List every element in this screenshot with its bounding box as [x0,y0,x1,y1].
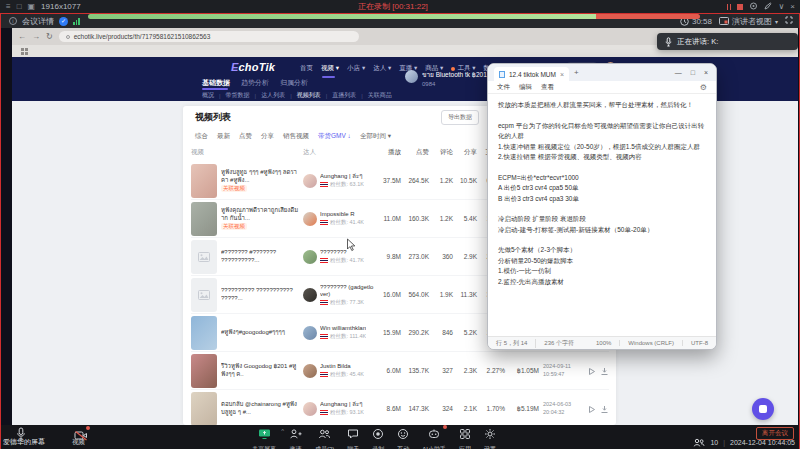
nav-item-视频[interactable]: 视频 ▾ [321,64,339,73]
toolbar-item-邀请[interactable]: 邀请 [289,426,302,449]
close-icon[interactable]: × [790,2,795,11]
talent-avatar[interactable] [303,288,317,302]
meeting-detail-label[interactable]: 会议详情 [22,16,54,27]
info-icon[interactable]: i [9,17,17,25]
section-nav-关联商品[interactable]: 关联商品 [368,91,392,100]
talent-name[interactable]: ???????? [320,249,364,256]
talent-avatar[interactable] [303,402,317,416]
settings-gear-icon[interactable]: ⚙ [700,83,707,92]
toolbar-item-AI小助手[interactable]: AI小助手 [422,426,446,449]
camera-icon[interactable] [749,2,758,12]
notepad-titlebar[interactable]: 12.4 tiktok MUM × + — □ × [488,64,716,81]
address-bar[interactable]: echotik.live/products/th/717958162151086… [59,31,359,42]
play-icon[interactable] [587,362,596,380]
chat-fab[interactable] [752,398,774,420]
new-tab-icon[interactable]: + [574,68,579,77]
chevron-up-icon[interactable]: ^ [281,428,284,434]
apps-grid-icon[interactable] [21,48,28,55]
minimize-icon[interactable]: — [675,69,682,76]
video-thumbnail[interactable] [191,202,217,236]
talent-name[interactable]: Impossible R [320,211,364,218]
talent-avatar[interactable] [303,326,317,340]
participant-count[interactable]: 10 [710,439,718,446]
toolbar-item-共享屏幕[interactable]: ^共享屏幕 [252,426,276,449]
video-title[interactable]: หูฟังคุณภาพดีราคาถูกเสียงดีมาก กันน้ำ... [221,207,299,223]
echotik-logo[interactable]: EchoTik [231,61,275,73]
forward-icon[interactable]: → [32,32,40,41]
window-close-icon[interactable]: × [704,69,708,76]
video-thumbnail[interactable] [191,354,217,388]
display-icon[interactable]: ▣ [28,3,36,11]
talent-name[interactable]: ???????? (gadgetlover) [320,284,375,298]
video-title[interactable]: ?????????? ??????????? ?????... [221,287,299,303]
talent-name[interactable]: Justin Bilda [320,363,364,370]
section-nav-视频列表[interactable]: 视频列表 [297,91,321,100]
filter-综合[interactable]: 综合 [195,132,208,141]
section-nav-带货数据[interactable]: 带货数据 [226,91,250,100]
maximize-icon[interactable]: □ [691,69,695,76]
nav-item-小店[interactable]: 小店 ▾ [347,64,365,73]
filter-分享[interactable]: 分享 [261,132,274,141]
video-title[interactable]: รีวิวหูฟัง Googodog ฿201 #หูฟังๆๆ ค.. [221,363,299,379]
talent-avatar[interactable] [303,364,317,378]
video-thumbnail[interactable] [191,316,217,350]
view-mode-selector[interactable]: 演讲者视图▾ [719,16,778,27]
video-title[interactable]: ตอบกลับ @chainarong #หูฟังบลูทูธ ๆ #... [221,401,299,417]
table-row[interactable]: ตอบกลับ @chainarong #หูฟังบลูทูธ ๆ #...A… [191,390,609,425]
notepad-content[interactable]: 投放的本质是把精准人群流量买回来，帮平台处理素材，然后转化！ ecpm 平台为了… [488,95,716,335]
filter-全部时间 ▾[interactable]: 全部时间 ▾ [360,132,391,141]
video-thumbnail[interactable] [191,278,217,312]
nav-item-首页[interactable]: 首页 [300,64,313,73]
refresh-icon[interactable]: ↻ [46,32,53,41]
section-nav-概况[interactable]: 概况 [202,91,214,100]
filter-销售视频[interactable]: 销售视频 [283,132,309,141]
fullscreen-icon[interactable] [785,16,793,26]
toolbar-item-应用[interactable]: 应用 [459,426,471,449]
video-thumbnail[interactable] [191,392,217,426]
menu-编辑[interactable]: 编辑 [519,83,532,92]
subtab-基础数据[interactable]: 基础数据 [202,78,230,88]
talent-name[interactable]: Aunghang | ล่ะๆ [320,173,364,180]
video-thumbnail[interactable] [191,240,217,274]
video-title[interactable]: #??????? #??????? ??????????... [221,249,299,265]
toolbar-item-成员(2)[interactable]: 成员(2) [315,426,334,449]
subtab-归属分析[interactable]: 归属分析 [280,78,308,88]
stop-icon[interactable] [737,4,743,10]
filter-带货GMV ↓[interactable]: 带货GMV ↓ [318,132,351,141]
download-icon[interactable] [600,362,609,380]
video-title[interactable]: หูฟังบลูทูธ ๆๆๆ #หูฟังๆๆ ลดราคา #หูฟัง..… [221,169,299,185]
toolbar-item-互动[interactable]: 互动 [397,426,409,449]
toolbar-item-设置[interactable]: 设置 [484,426,496,449]
talent-avatar[interactable] [303,174,317,188]
talent-avatar[interactable] [303,250,317,264]
pen-icon[interactable] [764,2,772,12]
menu-查看[interactable]: 查看 [541,83,554,92]
window-icon[interactable]: □ [17,3,22,11]
site-info-icon[interactable] [66,35,70,39]
video-thumbnail[interactable] [191,164,217,198]
filter-点赞[interactable]: 点赞 [239,132,252,141]
section-nav-直播列表[interactable]: 直播列表 [332,91,356,100]
talent-avatar[interactable] [303,212,317,226]
video-toggle-label[interactable]: 视频 [72,438,85,447]
chevron-down-icon[interactable]: ∨ [778,2,784,11]
toolbar-item-录制[interactable]: 录制 [372,426,384,449]
pause-icon[interactable] [727,4,732,10]
video-title[interactable]: #หูฟังๆ#googodog#ๆๆๆๆ [221,329,299,337]
download-icon[interactable] [600,400,609,418]
toolbar-item-聊天[interactable]: 聊天 [347,426,359,449]
back-icon[interactable]: ← [18,32,26,41]
table-row[interactable]: รีวิวหูฟัง Googodog ฿201 #หูฟังๆๆ ค..Jus… [191,352,609,390]
notepad-tab[interactable]: 12.4 tiktok MUM × [494,67,569,81]
nav-item-达人[interactable]: 达人 ▾ [373,64,391,73]
menu-文件[interactable]: 文件 [497,83,510,92]
menu-icon[interactable]: ≡ [6,3,11,11]
tab-close-icon[interactable]: × [560,71,564,78]
talent-name[interactable]: Aunghang | ล่ะๆ [320,401,364,408]
filter-最新[interactable]: 最新 [217,132,230,141]
talent-name[interactable]: Win williamthklan [320,325,366,332]
play-icon[interactable] [587,400,596,418]
subtab-趋势分析[interactable]: 趋势分析 [241,78,269,88]
export-button[interactable]: 导出数据 [441,110,479,125]
section-nav-达人列表[interactable]: 达人列表 [261,91,285,100]
